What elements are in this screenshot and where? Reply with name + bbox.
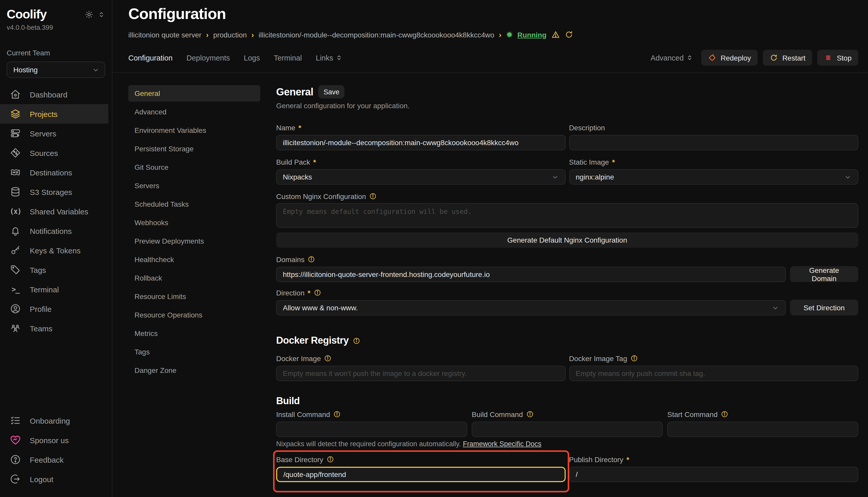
tab-deployments[interactable]: Deployments [187, 54, 230, 62]
info-icon[interactable] [324, 354, 332, 362]
sidebar-item-notifications[interactable]: Notifications [0, 221, 108, 241]
docker-image-input[interactable] [276, 366, 565, 381]
base-directory-field: Base Directory [276, 455, 565, 482]
logout-icon [10, 473, 21, 485]
sidebar-item-tags[interactable]: Tags [0, 260, 108, 280]
heart-icon [10, 435, 21, 446]
sidebar-item-s3-storages[interactable]: S3 Storages [0, 182, 108, 202]
info-icon[interactable] [630, 354, 638, 362]
sidebar-item-label: Shared Variables [30, 207, 88, 216]
docker-registry-heading-row: Docker Registry [276, 335, 858, 346]
subnav-item-resource-limits[interactable]: Resource Limits [128, 288, 260, 305]
destination-icon [10, 167, 21, 178]
sidebar-item-onboarding[interactable]: Onboarding [0, 411, 108, 430]
start-command-input[interactable] [667, 422, 858, 437]
advanced-dropdown[interactable]: Advanced [651, 54, 693, 62]
name-input[interactable] [276, 135, 565, 150]
sidebar-item-destinations[interactable]: Destinations [0, 162, 108, 182]
sidebar-item-terminal[interactable]: >_ Terminal [0, 280, 108, 299]
subnav-item-webhooks[interactable]: Webhooks [128, 214, 260, 231]
save-button[interactable]: Save [318, 85, 345, 98]
info-icon[interactable] [308, 255, 315, 263]
sidebar-item-keys-tokens[interactable]: Keys & Tokens [0, 241, 108, 260]
custom-nginx-field: Custom Nginx Configuration [276, 192, 858, 229]
set-direction-button[interactable]: Set Direction [790, 300, 858, 315]
build-command-input[interactable] [472, 422, 663, 437]
theme-sun-icon[interactable] [85, 10, 93, 19]
breadcrumb-application[interactable]: illicitestonion/-module--decomposition:m… [259, 30, 494, 39]
subnav-item-metrics[interactable]: Metrics [128, 325, 260, 342]
custom-nginx-textarea[interactable] [276, 203, 858, 228]
subnav-item-resource-operations[interactable]: Resource Operations [128, 307, 260, 323]
subnav-item-rollback[interactable]: Rollback [128, 270, 260, 286]
build-pack-select[interactable]: Nixpacks [276, 169, 565, 185]
section-subtitle: General configuration for your applicati… [276, 102, 858, 110]
warning-icon[interactable] [551, 30, 560, 39]
sidebar-item-label: Terminal [30, 285, 59, 294]
breadcrumb-environment[interactable]: production [213, 30, 247, 39]
subnav-item-scheduled-tasks[interactable]: Scheduled Tasks [128, 196, 260, 212]
subnav-item-healthcheck[interactable]: Healthcheck [128, 251, 260, 268]
subnav-item-git-source[interactable]: Git Source [128, 159, 260, 175]
info-icon[interactable] [353, 337, 360, 344]
sidebar-item-teams[interactable]: Teams [0, 318, 108, 338]
static-image-select[interactable]: nginx:alpine [569, 169, 858, 185]
info-icon[interactable] [313, 289, 321, 296]
subnav-item-danger-zone[interactable]: Danger Zone [128, 362, 260, 379]
generate-domain-button[interactable]: Generate Domain [790, 266, 858, 282]
restart-button[interactable]: Restart [763, 50, 812, 66]
stop-button[interactable]: Stop [817, 50, 858, 66]
publish-directory-input[interactable] [569, 467, 858, 482]
subnav-item-general[interactable]: General [128, 85, 260, 102]
base-directory-input[interactable] [276, 467, 565, 482]
sidebar-item-projects[interactable]: Projects [0, 104, 108, 124]
direction-select[interactable]: Allow www & non-www. [276, 300, 786, 315]
docker-image-tag-input[interactable] [569, 366, 858, 381]
subnav-item-preview-deployments[interactable]: Preview Deployments [128, 233, 260, 249]
redeploy-icon [708, 53, 717, 62]
info-icon[interactable] [327, 455, 334, 463]
sidebar-item-shared-variables[interactable]: (x) Shared Variables [0, 202, 108, 221]
sidebar-item-profile[interactable]: Profile [0, 299, 108, 318]
breadcrumb-project[interactable]: illicitonion quote server [128, 30, 202, 39]
sidebar-item-logout[interactable]: Logout [0, 469, 108, 489]
description-input[interactable] [569, 135, 858, 150]
selector-icon [686, 54, 693, 61]
subnav-item-servers[interactable]: Servers [128, 178, 260, 194]
app-logo[interactable]: Coolify [7, 7, 47, 22]
framework-docs-link[interactable]: Framework Specific Docs [463, 440, 541, 448]
info-icon[interactable] [526, 410, 534, 418]
name-field: Name* [276, 123, 565, 150]
subnav-item-advanced[interactable]: Advanced [128, 104, 260, 120]
status-running-link[interactable]: Running [518, 30, 547, 39]
tab-logs[interactable]: Logs [244, 54, 260, 62]
refresh-icon[interactable] [564, 30, 573, 39]
info-icon[interactable] [369, 192, 377, 200]
subnav-item-tags[interactable]: Tags [128, 344, 260, 360]
sidebar-item-feedback[interactable]: Feedback [0, 450, 108, 469]
generate-nginx-config-button[interactable]: Generate Default Nginx Configuration [276, 232, 858, 248]
home-icon [10, 89, 21, 100]
terminal-icon: >_ [10, 284, 21, 295]
install-command-input[interactable] [276, 422, 467, 437]
sidebar-item-servers[interactable]: Servers [0, 124, 108, 143]
info-icon[interactable] [721, 410, 728, 418]
sidebar-nav: Dashboard Projects Servers Sources Desti… [0, 85, 111, 338]
subnav-item-persistent-storage[interactable]: Persistent Storage [128, 141, 260, 157]
tab-links[interactable]: Links [316, 54, 342, 62]
user-circle-icon [10, 303, 21, 314]
redeploy-button[interactable]: Redeploy [701, 50, 758, 66]
tab-configuration[interactable]: Configuration [128, 54, 173, 62]
theme-selector-icon[interactable] [98, 11, 105, 18]
sidebar-item-sponsor[interactable]: Sponsor us [0, 430, 108, 450]
sidebar-item-sources[interactable]: Sources [0, 143, 108, 162]
info-icon[interactable] [333, 410, 341, 418]
database-icon [10, 186, 21, 197]
team-select[interactable]: Hosting [7, 61, 105, 78]
subnav-item-environment-variables[interactable]: Environment Variables [128, 122, 260, 139]
tab-terminal[interactable]: Terminal [274, 54, 302, 62]
sidebar-item-dashboard[interactable]: Dashboard [0, 85, 108, 104]
domains-input[interactable] [276, 267, 786, 282]
variables-icon: (x) [10, 206, 21, 217]
direction-field: Direction* Allow www & non-www. [276, 288, 786, 315]
